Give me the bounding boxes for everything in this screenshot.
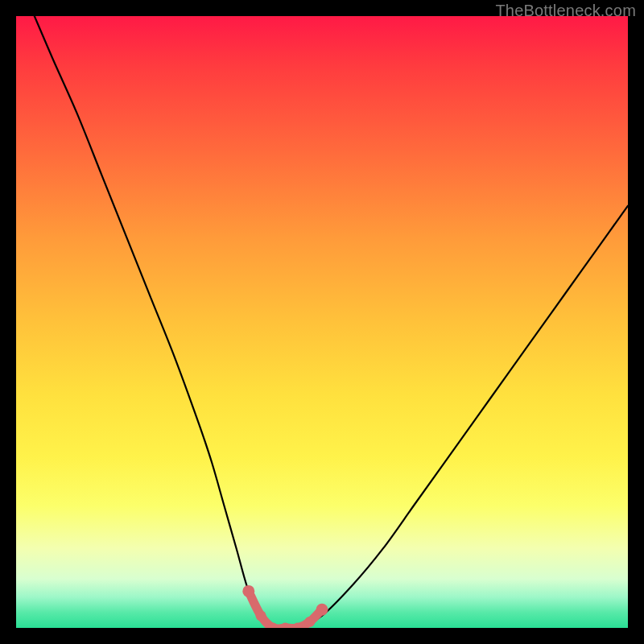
bottleneck-chart: [16, 16, 628, 628]
knot-dot: [304, 617, 315, 627]
knot-dot: [280, 623, 291, 629]
knot-end-dot: [242, 585, 254, 597]
bottleneck-curve-line: [35, 16, 628, 628]
knot-end-dot: [316, 604, 328, 616]
knot-dot: [256, 610, 266, 621]
